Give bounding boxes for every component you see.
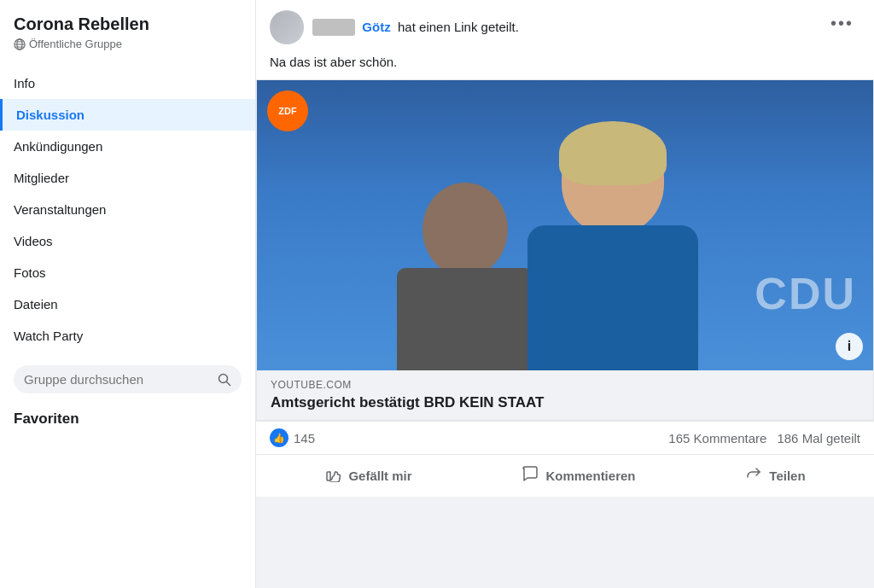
post-author-text: Götz hat einen Link geteilt. xyxy=(312,19,519,36)
search-input[interactable] xyxy=(24,372,211,387)
sidebar-item-ankuendigungen[interactable]: Ankündigungen xyxy=(0,131,255,162)
sidebar-item-diskussion[interactable]: Diskussion xyxy=(0,99,255,131)
author-name[interactable]: Götz xyxy=(362,20,390,34)
reactions-left: 👍 145 xyxy=(270,428,315,447)
post-text: Na das ist aber schön. xyxy=(256,51,874,79)
share-button[interactable]: Teilen xyxy=(728,458,822,493)
figure-main xyxy=(493,114,732,370)
reactions-bar: 👍 145 165 Kommentare 186 Mal geteilt xyxy=(256,421,874,455)
like-button[interactable]: Gefällt mir xyxy=(307,458,428,493)
like-icon xyxy=(324,465,341,486)
sidebar-item-info[interactable]: Info xyxy=(0,67,255,99)
link-source: YOUTUBE.COM xyxy=(271,379,859,391)
share-label: Teilen xyxy=(769,469,805,483)
like-count[interactable]: 145 xyxy=(294,431,315,445)
avatar xyxy=(270,10,304,44)
svg-line-6 xyxy=(227,381,230,385)
comment-button[interactable]: Kommentieren xyxy=(504,458,652,493)
comment-icon xyxy=(521,465,539,486)
cdu-text: CDU xyxy=(755,268,856,319)
sidebar-item-veranstaltungen[interactable]: Veranstaltungen xyxy=(0,194,255,225)
sidebar-item-dateien[interactable]: Dateien xyxy=(0,288,255,320)
author-blurred xyxy=(312,19,355,36)
link-meta: YOUTUBE.COM Amtsgericht bestätigt BRD KE… xyxy=(257,370,873,420)
sidebar-item-fotos[interactable]: Fotos xyxy=(0,257,255,288)
share-count[interactable]: 186 Mal geteilt xyxy=(777,431,860,445)
author-action: hat einen Link geteilt. xyxy=(398,20,519,34)
zdf-logo: ZDF xyxy=(267,90,308,131)
avatar-image xyxy=(270,10,304,44)
globe-icon xyxy=(14,38,26,50)
post-card: Götz hat einen Link geteilt. ••• Na das … xyxy=(256,0,874,497)
favorites-label: Favoriten xyxy=(0,400,255,431)
image-scene: ZDF CDU xyxy=(257,80,873,370)
info-button[interactable]: i xyxy=(836,333,863,360)
sidebar-item-watchparty[interactable]: Watch Party xyxy=(0,320,255,352)
sidebar: Corona Rebellen Öffentliche Gruppe Info … xyxy=(0,0,256,588)
link-image: ZDF CDU xyxy=(257,80,873,370)
share-icon xyxy=(745,465,762,486)
like-reaction-icon: 👍 xyxy=(270,428,288,447)
main-content: Götz hat einen Link geteilt. ••• Na das … xyxy=(256,0,874,588)
post-meta: Götz hat einen Link geteilt. xyxy=(312,19,519,36)
reactions-right: 165 Kommentare 186 Mal geteilt xyxy=(668,431,860,445)
group-type: Öffentliche Gruppe xyxy=(14,38,242,50)
search-icon xyxy=(218,373,231,387)
search-box xyxy=(14,365,242,393)
nav-list: Info Diskussion Ankündigungen Mitglieder… xyxy=(0,61,255,358)
link-preview[interactable]: ZDF CDU xyxy=(256,79,874,421)
post-author-info: Götz hat einen Link geteilt. xyxy=(270,10,519,44)
group-name: Corona Rebellen xyxy=(14,14,242,34)
comment-count[interactable]: 165 Kommentare xyxy=(668,431,766,445)
sidebar-header: Corona Rebellen Öffentliche Gruppe xyxy=(0,14,255,61)
link-title: Amtsgericht bestätigt BRD KEIN STAAT xyxy=(271,394,859,411)
action-bar: Gefällt mir Kommentieren xyxy=(256,455,874,497)
post-header: Götz hat einen Link geteilt. ••• xyxy=(256,0,874,51)
comment-label: Kommentieren xyxy=(545,469,635,483)
sidebar-item-videos[interactable]: Videos xyxy=(0,225,255,257)
sidebar-item-mitglieder[interactable]: Mitglieder xyxy=(0,162,255,194)
group-type-label: Öffentliche Gruppe xyxy=(29,38,122,50)
like-label: Gefällt mir xyxy=(348,469,411,483)
more-options-button[interactable]: ••• xyxy=(824,10,860,37)
